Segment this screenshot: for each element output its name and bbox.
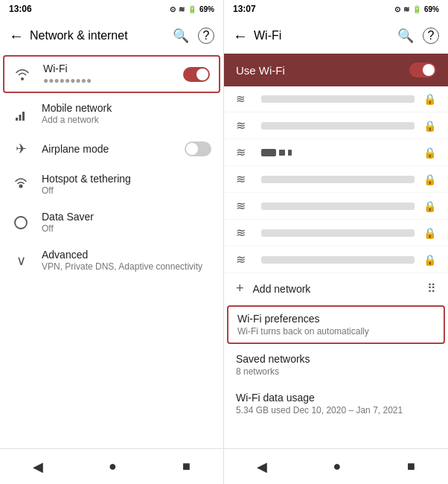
hotspot-menu-text: Hotspot & tethering Off: [42, 173, 211, 196]
use-wifi-bar[interactable]: Use Wi-Fi: [224, 54, 448, 86]
saved-networks-item[interactable]: Saved networks 8 networks: [224, 346, 448, 384]
left-back-button[interactable]: ←: [9, 28, 24, 45]
left-back-nav[interactable]: ◀: [21, 453, 55, 481]
wifi-signal-icon-0: ≋: [236, 118, 252, 133]
wifi-toggle-switch[interactable]: [183, 67, 210, 82]
left-status-bar: 13:06 ⊙ ≋ 🔋 69%: [0, 0, 223, 18]
left-panel: 13:06 ⊙ ≋ 🔋 69% ← Network & internet 🔍 ?: [0, 0, 224, 484]
lock-icon-4: 🔒: [423, 227, 436, 239]
wifi-network-4[interactable]: ≋ 🔒: [224, 220, 448, 246]
datasaver-menu-sub: Off: [42, 223, 211, 234]
right-home-nav[interactable]: ●: [321, 453, 353, 480]
wifi-network-1[interactable]: ≋ 🔒: [224, 139, 448, 166]
right-back-nav[interactable]: ◀: [245, 453, 279, 481]
svg-rect-1: [19, 115, 22, 121]
hotspot-menu-sub: Off: [42, 185, 211, 196]
signal-icon: ⊙: [170, 5, 176, 13]
right-help-button[interactable]: ?: [423, 28, 439, 44]
svg-point-3: [19, 184, 23, 188]
qr-code-icon[interactable]: ⠿: [427, 281, 436, 296]
menu-item-advanced[interactable]: ∨ Advanced VPN, Private DNS, Adaptive co…: [0, 241, 223, 279]
right-search-button[interactable]: 🔍: [394, 25, 417, 47]
airplane-menu-icon: ✈: [12, 140, 30, 158]
wifi-name-bar-top: [261, 95, 415, 103]
saved-networks-title: Saved networks: [236, 353, 436, 365]
wifi-data-usage-sub: 5.34 GB used Dec 10, 2020 – Jan 7, 2021: [236, 405, 436, 415]
wifi-data-usage-title: Wi-Fi data usage: [236, 392, 436, 404]
lock-icon-3: 🔒: [423, 200, 436, 212]
lock-icon-5: 🔒: [423, 254, 436, 266]
wifi-signal-icon-4: ≋: [236, 226, 252, 240]
battery-pct: 69%: [199, 5, 214, 13]
wifi-name-0: [261, 122, 415, 130]
menu-item-airplane[interactable]: ✈ Airplane mode: [0, 133, 223, 165]
left-search-button[interactable]: 🔍: [170, 25, 192, 47]
wifi-network-2[interactable]: ≋ 🔒: [224, 166, 448, 193]
right-battery-icon: 🔋: [412, 5, 421, 13]
menu-item-hotspot[interactable]: Hotspot & tethering Off: [0, 165, 223, 203]
wifi-icon-status: ≋: [179, 5, 185, 13]
wifi-name-1: [261, 149, 415, 156]
wifi-signal-icon-top: ≋: [236, 92, 252, 106]
wifi-data-usage-item[interactable]: Wi-Fi data usage 5.34 GB used Dec 10, 20…: [224, 384, 448, 423]
wifi-menu-sub: ●●●●●●●●●: [43, 75, 171, 86]
advanced-menu-icon: ∨: [12, 252, 30, 270]
wifi-name-5: [261, 256, 415, 264]
battery-icon: 🔋: [188, 5, 196, 13]
airplane-menu-title: Airplane mode: [42, 143, 173, 155]
right-top-bar: ← Wi-Fi 🔍 ?: [224, 18, 448, 54]
lock-icon-top: 🔒: [423, 93, 436, 105]
right-signal-icon: ⊙: [394, 5, 400, 13]
left-nav-bar: ◀ ● ■: [0, 448, 223, 484]
lock-icon-0: 🔒: [423, 120, 436, 132]
wifi-signal-icon-1: ≋: [236, 145, 252, 159]
hotspot-menu-icon: [12, 176, 30, 194]
wifi-network-0[interactable]: ≋ 🔒: [224, 112, 448, 139]
menu-item-wifi[interactable]: Wi-Fi ●●●●●●●●●: [3, 55, 220, 93]
right-nav-bar: ◀ ● ■: [224, 448, 448, 484]
wifi-name-2: [261, 176, 415, 183]
wifi-preferences-item[interactable]: Wi-Fi preferences Wi-Fi turns back on au…: [227, 305, 445, 344]
left-time: 13:06: [9, 4, 32, 14]
left-recents-nav[interactable]: ■: [170, 453, 202, 480]
right-panel: 13:07 ⊙ ≋ 🔋 69% ← Wi-Fi 🔍 ? Use Wi-Fi ≋ …: [224, 0, 448, 484]
wifi-pref-sub: Wi-Fi turns back on automatically: [237, 326, 435, 337]
right-recents-nav[interactable]: ■: [395, 453, 427, 480]
add-network-row[interactable]: + Add network ⠿: [224, 273, 448, 304]
wifi-network-5[interactable]: ≋ 🔒: [224, 246, 448, 273]
airplane-toggle-switch[interactable]: [185, 141, 211, 156]
wifi-signal-icon-5: ≋: [236, 252, 252, 267]
left-menu-list: Wi-Fi ●●●●●●●●● Mobile network Add a net…: [0, 54, 223, 448]
lock-icon-1: 🔒: [423, 147, 436, 159]
left-home-nav[interactable]: ●: [97, 453, 129, 480]
wifi-toggle[interactable]: [183, 67, 210, 82]
plus-icon: +: [236, 281, 244, 296]
menu-item-mobile[interactable]: Mobile network Add a network: [0, 95, 223, 133]
right-battery-pct: 69%: [424, 5, 439, 13]
svg-rect-0: [16, 118, 18, 121]
wifi-network-3[interactable]: ≋ 🔒: [224, 193, 448, 220]
wifi-network-top[interactable]: ≋ 🔒: [224, 86, 448, 112]
right-back-button[interactable]: ←: [233, 28, 248, 45]
wifi-signal-icon-2: ≋: [236, 172, 252, 186]
advanced-menu-text: Advanced VPN, Private DNS, Adaptive conn…: [42, 249, 211, 272]
use-wifi-toggle[interactable]: [409, 63, 436, 77]
right-status-bar: 13:07 ⊙ ≋ 🔋 69%: [224, 0, 448, 18]
wifi-menu-title: Wi-Fi: [43, 63, 171, 74]
wifi-signal-icon-3: ≋: [236, 199, 252, 213]
lock-icon-2: 🔒: [423, 173, 436, 185]
use-wifi-label: Use Wi-Fi: [236, 64, 285, 77]
menu-item-datasaver[interactable]: Data Saver Off: [0, 203, 223, 241]
saved-networks-sub: 8 networks: [236, 366, 436, 377]
wifi-menu-icon: [13, 66, 31, 83]
advanced-menu-title: Advanced: [42, 249, 211, 261]
left-help-button[interactable]: ?: [198, 28, 214, 44]
svg-point-4: [15, 217, 27, 229]
mobile-menu-title: Mobile network: [42, 102, 211, 114]
mobile-menu-text: Mobile network Add a network: [42, 102, 211, 125]
left-title: Network & internet: [30, 29, 164, 42]
right-title: Wi-Fi: [254, 29, 388, 42]
airplane-toggle[interactable]: [185, 141, 211, 156]
wifi-name-4: [261, 229, 415, 237]
right-status-icons: ⊙ ≋ 🔋 69%: [394, 5, 439, 13]
